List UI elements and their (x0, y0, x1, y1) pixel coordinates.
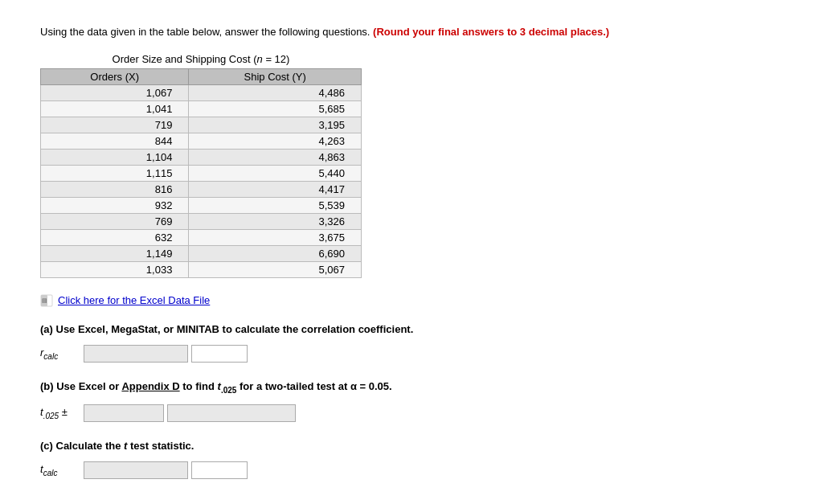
table-row: 1,0335,067 (41, 261, 362, 277)
question-a: (a) Use Excel, MegaStat, or MINITAB to c… (40, 322, 783, 363)
cell-y: 5,067 (189, 261, 362, 277)
t025-input-wide[interactable] (167, 404, 296, 422)
cell-x: 719 (41, 117, 189, 133)
question-b: (b) Use Excel or Appendix D to find t.02… (40, 379, 783, 422)
tcalc-input-gray[interactable] (84, 461, 188, 479)
cell-y: 4,863 (189, 149, 362, 165)
table-row: 8444,263 (41, 133, 362, 149)
tcalc-input-white[interactable] (191, 461, 248, 479)
data-table: Order Size and Shipping Cost (n = 12) Or… (40, 53, 362, 278)
cell-x: 769 (41, 213, 189, 229)
question-b-label: (b) Use Excel or Appendix D to find t.02… (40, 379, 783, 396)
data-table-container: Order Size and Shipping Cost (n = 12) Or… (40, 53, 362, 278)
cell-x: 844 (41, 133, 189, 149)
table-row: 1,1044,863 (41, 149, 362, 165)
svg-text:▤: ▤ (42, 297, 47, 303)
rcalc-label: rcalc (40, 346, 80, 361)
cell-y: 3,675 (189, 229, 362, 245)
cell-x: 1,033 (41, 261, 189, 277)
question-c-label: (c) Calculate the t test statistic. (40, 438, 783, 454)
cell-x: 1,041 (41, 100, 189, 117)
cell-x: 1,067 (41, 84, 189, 100)
cell-y: 3,195 (189, 117, 362, 133)
intro-text-normal: Using the data given in the table below,… (40, 26, 370, 38)
table-row: 9325,539 (41, 197, 362, 213)
excel-link-text: Click here for the Excel Data File (58, 294, 210, 306)
table-row: 1,0415,685 (41, 100, 362, 117)
cell-y: 6,690 (189, 245, 362, 261)
cell-y: 4,417 (189, 181, 362, 197)
cell-x: 632 (41, 229, 189, 245)
question-c-input-row: tcalc (40, 461, 783, 479)
table-row: 1,0674,486 (41, 84, 362, 100)
intro-text-red: (Round your final answers to 3 decimal p… (373, 26, 609, 38)
table-row: 1,1155,440 (41, 165, 362, 181)
tcalc-label: tcalc (40, 463, 80, 477)
cell-x: 1,115 (41, 165, 189, 181)
cell-y: 4,486 (189, 84, 362, 100)
table-caption: Order Size and Shipping Cost (n = 12) (40, 53, 362, 68)
t025-input-gray[interactable] (84, 404, 164, 422)
rcalc-input-gray[interactable] (84, 345, 188, 363)
cell-x: 932 (41, 197, 189, 213)
cell-y: 5,685 (189, 100, 362, 117)
appendix-d-link[interactable]: Appendix D (121, 380, 179, 392)
table-row: 1,1496,690 (41, 245, 362, 261)
t025-label: t.025 ± (40, 406, 80, 420)
question-a-input-row: rcalc (40, 345, 783, 363)
cell-y: 4,263 (189, 133, 362, 149)
excel-icon: ▤ (40, 294, 53, 307)
table-row: 8164,417 (41, 181, 362, 197)
table-row: 7193,195 (41, 117, 362, 133)
question-c: (c) Calculate the t test statistic. tcal… (40, 438, 783, 480)
table-row: 6323,675 (41, 229, 362, 245)
question-b-input-row: t.025 ± (40, 404, 783, 422)
cell-x: 1,104 (41, 149, 189, 165)
cell-x: 1,149 (41, 245, 189, 261)
cell-y: 5,440 (189, 165, 362, 181)
intro-text: Using the data given in the table below,… (40, 24, 783, 40)
col-header-x: Orders (X) (41, 68, 189, 84)
rcalc-input-white[interactable] (191, 345, 248, 363)
question-a-label: (a) Use Excel, MegaStat, or MINITAB to c… (40, 322, 783, 338)
cell-y: 5,539 (189, 197, 362, 213)
excel-link[interactable]: ▤ Click here for the Excel Data File (40, 294, 783, 307)
cell-x: 816 (41, 181, 189, 197)
q-a-bold: (a) Use Excel, MegaStat, or MINITAB to c… (40, 323, 413, 335)
col-header-y: Ship Cost (Y) (189, 68, 362, 84)
table-row: 7693,326 (41, 213, 362, 229)
cell-y: 3,326 (189, 213, 362, 229)
